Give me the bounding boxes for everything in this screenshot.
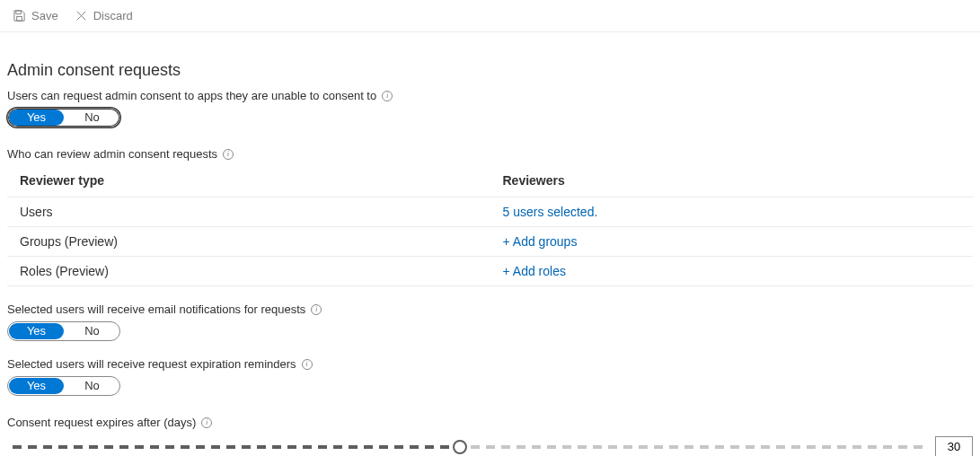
close-icon <box>75 9 88 22</box>
expires-label-row: Consent request expires after (days) i <box>7 416 973 429</box>
enable-toggle-no[interactable]: No <box>65 109 119 127</box>
email-notify-label: Selected users will receive email notifi… <box>7 303 305 316</box>
reviewer-type: Roles (Preview) <box>7 257 490 286</box>
reviewer-type: Groups (Preview) <box>7 227 490 257</box>
info-icon[interactable]: i <box>302 359 313 370</box>
section-title: Admin consent requests <box>7 61 973 80</box>
info-icon[interactable]: i <box>382 91 393 101</box>
reviewers-heading: Who can review admin consent requests <box>7 147 217 161</box>
slider-thumb[interactable] <box>453 440 467 454</box>
reviewer-type: Users <box>7 197 490 227</box>
discard-button[interactable]: Discard <box>67 5 140 26</box>
enable-toggle[interactable]: Yes No <box>7 108 120 127</box>
reviewers-table: Reviewer type Reviewers Users 5 users se… <box>7 166 973 286</box>
table-row: Users 5 users selected. <box>7 197 973 227</box>
expires-slider-row <box>7 436 973 456</box>
expiry-remind-label: Selected users will receive request expi… <box>7 357 296 371</box>
info-icon[interactable]: i <box>311 304 322 315</box>
info-icon[interactable]: i <box>201 417 212 428</box>
add-groups-link[interactable]: + Add groups <box>503 234 578 249</box>
expires-value-input[interactable] <box>935 436 973 456</box>
col-type: Reviewer type <box>7 166 490 197</box>
info-icon[interactable]: i <box>223 149 234 160</box>
content: Admin consent requests Users can request… <box>0 32 980 456</box>
discard-label: Discard <box>93 9 133 22</box>
email-notify-yes[interactable]: Yes <box>9 323 64 339</box>
email-notify-no[interactable]: No <box>65 322 119 340</box>
enable-label-row: Users can request admin consent to apps … <box>7 89 973 102</box>
reviewers-heading-row: Who can review admin consent requests i <box>7 147 973 161</box>
enable-label: Users can request admin consent to apps … <box>7 89 376 102</box>
command-bar: Save Discard <box>0 0 980 32</box>
expires-slider[interactable] <box>13 439 923 455</box>
table-row: Groups (Preview) + Add groups <box>7 227 973 257</box>
save-label: Save <box>31 9 58 22</box>
expires-label: Consent request expires after (days) <box>7 416 196 429</box>
table-row: Roles (Preview) + Add roles <box>7 257 973 286</box>
expiry-remind-no[interactable]: No <box>65 377 119 395</box>
save-icon <box>13 9 26 22</box>
add-roles-link[interactable]: + Add roles <box>503 264 566 278</box>
save-button[interactable]: Save <box>5 5 66 26</box>
users-selected-link[interactable]: 5 users selected. <box>503 205 598 219</box>
email-notify-toggle[interactable]: Yes No <box>7 321 120 341</box>
col-reviewers: Reviewers <box>490 166 974 197</box>
enable-toggle-yes[interactable]: Yes <box>9 110 64 126</box>
svg-rect-0 <box>17 16 22 21</box>
email-notify-label-row: Selected users will receive email notifi… <box>7 303 973 316</box>
expiry-remind-yes[interactable]: Yes <box>9 378 64 394</box>
expiry-remind-toggle[interactable]: Yes No <box>7 376 120 396</box>
expiry-remind-label-row: Selected users will receive request expi… <box>7 357 973 371</box>
